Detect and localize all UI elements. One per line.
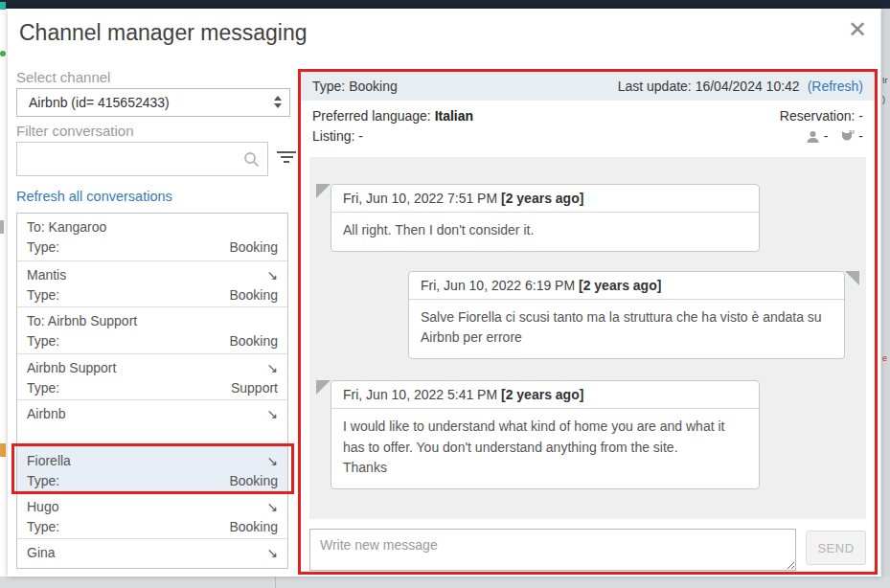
send-button[interactable]: SEND: [806, 531, 866, 565]
message-ago: [2 years ago]: [579, 278, 661, 293]
conversation-name: Gina: [27, 543, 56, 563]
message-time: Fri, Jun 10, 2022 7:51 PM: [343, 191, 501, 206]
message-bubble-incoming: Fri, Jun 10, 2022 7:51 PM [2 years ago] …: [331, 184, 760, 252]
conversation-type-label: Type:: [27, 517, 59, 537]
conversation-item-airbnb[interactable]: Airbnb↘: [17, 400, 287, 447]
conversation-type-value: Booking: [229, 517, 278, 537]
conversation-name: Fiorella: [27, 451, 71, 471]
conversation-type-value: Booking: [229, 237, 278, 258]
pet-icon: [839, 130, 855, 144]
channel-manager-messaging-modal: Channel manager messaging ✕ Select chann…: [8, 9, 880, 577]
background-text-fragment: e: [882, 353, 887, 363]
background-logo-fragment: [0, 2, 6, 10]
conversation-list: To: Kangaroo Type:Booking Mantis↘ Type:B…: [16, 213, 288, 569]
conversation-name: Mantis: [27, 265, 66, 285]
select-spinner-icon: [274, 96, 282, 108]
conversation-info-bar: Preferred language: Italian Listing: - R…: [301, 101, 875, 153]
conversation-item-gina[interactable]: Gina↘: [17, 539, 287, 568]
conversation-name: Hugo: [27, 497, 58, 517]
message-timestamp: Fri, Jun 10, 2022 7:51 PM [2 years ago]: [331, 185, 759, 213]
guest-count-value: -: [824, 126, 829, 147]
conversation-name: Airbnb Support: [27, 358, 116, 378]
select-channel-label: Select channel: [16, 69, 110, 85]
reservation-label: Reservation:: [780, 108, 858, 124]
bubble-pointer-icon: [316, 184, 331, 198]
pet-count-value: -: [858, 126, 863, 147]
open-conversation-icon: ↘: [266, 451, 278, 471]
background-green-dot: [0, 51, 6, 57]
filter-conversation-input[interactable]: [17, 143, 267, 175]
background-text-fragment: Ir: [882, 76, 888, 85]
message-time: Fri, Jun 10, 2022 5:41 PM: [343, 387, 501, 402]
message-history: Fri, Jun 10, 2022 7:51 PM [2 years ago] …: [309, 157, 866, 519]
message-bubble-incoming: Fri, Jun 10, 2022 5:41 PM [2 years ago] …: [331, 380, 760, 489]
conversation-item-hugo[interactable]: Hugo↘ Type:Booking: [17, 493, 287, 539]
last-update-text: Last update: 16/04/2024 10:42: [618, 79, 800, 94]
bubble-pointer-icon: [316, 380, 331, 395]
reservation-value: -: [858, 108, 863, 124]
message-text: Salve Fiorella ci scusi tanto ma la stru…: [409, 300, 844, 358]
channel-select-value: Airbnb (id= 415652433): [29, 95, 170, 110]
conversation-type-label: Type:: [27, 378, 59, 398]
new-message-input[interactable]: [309, 529, 796, 571]
guest-icon: [806, 130, 820, 144]
conversation-name: Airbnb: [27, 404, 65, 424]
conversation-item-mantis[interactable]: Mantis↘ Type:Booking: [17, 261, 287, 307]
refresh-all-conversations-link[interactable]: Refresh all conversations: [16, 189, 172, 204]
refresh-conversation-link[interactable]: (Refresh): [808, 79, 863, 94]
background-bottom-strip: [0, 577, 890, 588]
message-text: All right. Then I don't consider it.: [331, 213, 759, 251]
conversation-type-label: Type:: [27, 471, 59, 491]
filter-conversation-label: Filter conversation: [16, 123, 134, 139]
conversation-type-label: Type:: [27, 331, 59, 351]
conversation-type-value: Support: [231, 378, 278, 398]
preferred-language-label: Preferred language:: [312, 108, 435, 124]
message-ago: [2 years ago]: [501, 387, 583, 402]
channel-select[interactable]: Airbnb (id= 415652433): [16, 88, 290, 117]
message-bubble-outgoing: Fri, Jun 10, 2022 6:19 PM [2 years ago] …: [408, 271, 845, 359]
message-time: Fri, Jun 10, 2022 6:19 PM: [421, 278, 579, 293]
background-text-fragment: ): [882, 95, 885, 104]
compose-bar: SEND: [309, 529, 866, 571]
open-conversation-icon: ↘: [266, 543, 278, 563]
conversation-type: Type: Booking: [312, 79, 398, 94]
conversation-type-value: Booking: [229, 471, 278, 491]
conversation-item-kangaroo[interactable]: To: Kangaroo Type:Booking: [17, 214, 287, 261]
conversation-item-fiorella[interactable]: Fiorella↘ Type:Booking: [17, 447, 287, 493]
conversation-item-airbnb-support-to[interactable]: To: Airbnb Support Type:Booking: [17, 307, 287, 354]
conversation-type-value: Booking: [229, 285, 278, 305]
background-page-strip: Ir ) e: [881, 9, 890, 577]
background-orange-fragment: [0, 443, 6, 457]
conversation-type-label: Type:: [27, 237, 59, 258]
background-navbar: [0, 0, 890, 9]
message-timestamp: Fri, Jun 10, 2022 6:19 PM [2 years ago]: [409, 272, 844, 300]
open-conversation-icon: ↘: [266, 265, 278, 285]
background-divider: [275, 577, 276, 588]
filter-conversation-field: [16, 142, 268, 176]
listing-label: Listing:: [312, 128, 358, 144]
search-icon: [243, 151, 260, 168]
preferred-language-value: Italian: [435, 108, 473, 124]
listing-value: -: [358, 128, 363, 144]
background-gray-fragment: [0, 220, 4, 234]
conversation-type-value: Booking: [229, 331, 278, 351]
conversation-name: To: Airbnb Support: [27, 311, 137, 331]
conversation-type-label: Type:: [27, 285, 59, 305]
modal-title: Channel manager messaging: [19, 20, 307, 46]
conversation-name: To: Kangaroo: [27, 217, 106, 237]
message-timestamp: Fri, Jun 10, 2022 5:41 PM [2 years ago]: [331, 381, 759, 409]
open-conversation-icon: ↘: [266, 497, 278, 517]
message-text: I would like to understand what kind of …: [331, 409, 759, 488]
conversation-panel-header: Type: Booking Last update: 16/04/2024 10…: [301, 72, 875, 101]
filter-icon[interactable]: [276, 151, 297, 167]
bubble-pointer-icon: [845, 271, 859, 285]
conversation-item-airbnb-support[interactable]: Airbnb Support↘ Type:Support: [17, 354, 287, 400]
conversation-panel: Type: Booking Last update: 16/04/2024 10…: [298, 69, 878, 575]
close-icon[interactable]: ✕: [848, 18, 867, 41]
open-conversation-icon: ↘: [266, 358, 278, 378]
open-conversation-icon: ↘: [266, 404, 278, 424]
message-ago: [2 years ago]: [501, 191, 583, 206]
